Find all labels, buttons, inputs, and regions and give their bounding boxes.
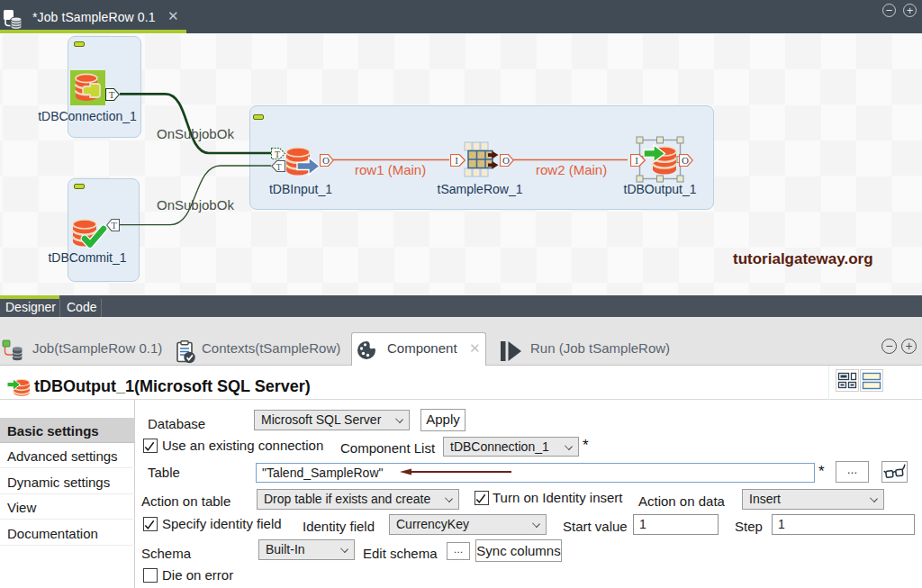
svg-text:O: O — [502, 155, 510, 166]
svg-text:T: T — [111, 220, 117, 231]
svg-text:I: I — [635, 155, 638, 166]
svg-text:T: T — [275, 149, 280, 159]
svg-text:T: T — [109, 89, 115, 100]
svg-text:O: O — [322, 155, 330, 166]
svg-text:I: I — [455, 155, 458, 166]
svg-text:O: O — [682, 155, 689, 166]
svg-text:T: T — [276, 162, 281, 172]
